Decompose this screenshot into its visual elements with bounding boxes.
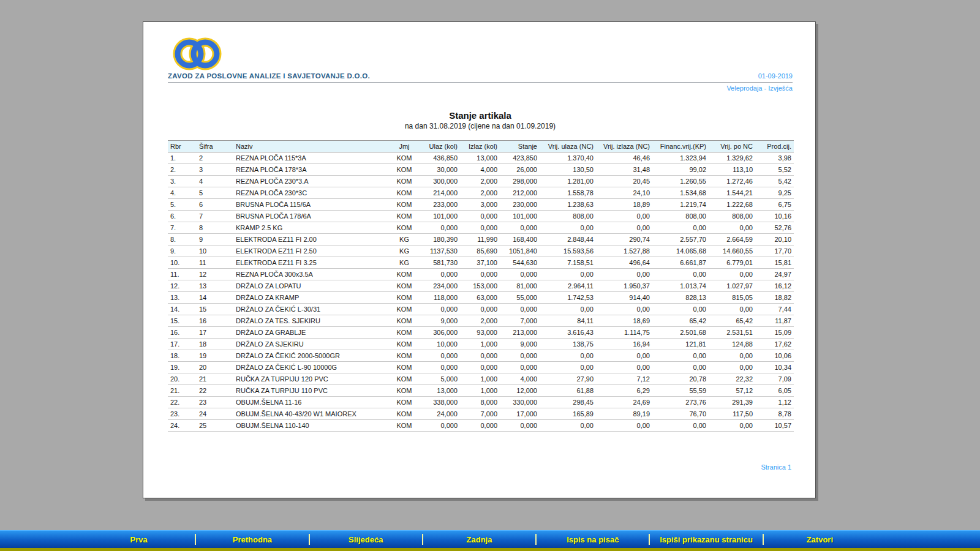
table-cell: 12 — [197, 269, 233, 280]
table-cell: 22 — [197, 385, 233, 397]
table-cell: 2.557,70 — [652, 234, 709, 246]
table-cell: 13 — [197, 280, 233, 292]
table-cell: 20. — [168, 373, 197, 385]
table-cell: KRAMP 2.5 KG — [233, 222, 391, 234]
table-cell: 306,000 — [417, 327, 460, 339]
table-cell: 1.323,94 — [652, 152, 709, 164]
table-cell: 46,46 — [596, 152, 652, 164]
table-cell: 0,00 — [596, 304, 652, 315]
table-cell: 17,70 — [755, 246, 794, 257]
table-cell: 18,69 — [596, 315, 652, 327]
table-cell: KOM — [391, 199, 417, 211]
table-cell: 6. — [168, 211, 197, 222]
table-cell: 16,12 — [755, 280, 794, 292]
table-cell: REZNA PLOČA 115*3A — [233, 152, 391, 164]
table-header-row: RbrŠifraNazivJmjUlaz (kol)Izlaz (kol)Sta… — [168, 141, 794, 152]
table-cell: 118,000 — [417, 292, 460, 304]
table-cell: 13,000 — [417, 385, 460, 397]
table-cell: 11. — [168, 269, 197, 280]
column-header: Ulaz (kol) — [417, 141, 460, 152]
report-header-rule: ZAVOD ZA POSLOVNE ANALIZE I SAVJETOVANJE… — [168, 72, 793, 83]
table-cell: KOM — [391, 222, 417, 234]
table-cell: KOM — [391, 385, 417, 397]
table-cell: 24 — [197, 408, 233, 420]
toolbar-button-print[interactable]: Ispis na pisač — [537, 531, 649, 548]
table-cell: 19 — [197, 350, 233, 362]
table-cell: KOM — [391, 339, 417, 350]
table-cell: 20,10 — [755, 234, 794, 246]
column-header: Vrij. izlaza (NC) — [596, 141, 652, 152]
table-cell: KOM — [391, 315, 417, 327]
table-cell: 0,000 — [417, 362, 460, 373]
toolbar-button-first[interactable]: Prva — [83, 531, 195, 548]
table-cell: REZNA PLOČA 300x3.5A — [233, 269, 391, 280]
table-cell: 6.779,01 — [709, 257, 755, 269]
table-cell: 330,000 — [500, 397, 540, 408]
table-cell: 101,000 — [417, 211, 460, 222]
table-cell: 300,000 — [417, 176, 460, 187]
table-cell: 1,000 — [460, 385, 500, 397]
table-cell: 7 — [197, 211, 233, 222]
table-cell: 1.527,88 — [596, 246, 652, 257]
table-cell: 9,25 — [755, 187, 794, 199]
table-row: 19.20DRŽALO ZA ČEKIĆ L-90 10000GKOM0,000… — [168, 362, 794, 373]
table-cell: 338,000 — [417, 397, 460, 408]
table-row: 21.22RUČKA ZA TURPIJU 110 PVCKOM13,0001,… — [168, 385, 794, 397]
company-name: ZAVOD ZA POSLOVNE ANALIZE I SAVJETOVANJE… — [168, 72, 370, 80]
table-cell: 20 — [197, 362, 233, 373]
table-cell: 1.329,62 — [709, 152, 755, 164]
table-cell: 0,000 — [417, 420, 460, 432]
table-cell: 544,630 — [500, 257, 540, 269]
table-cell: 16,94 — [596, 339, 652, 350]
table-cell: 7,12 — [596, 373, 652, 385]
table-cell: 9,000 — [500, 339, 540, 350]
table-cell: 2,000 — [460, 315, 500, 327]
table-cell: 21. — [168, 385, 197, 397]
table-cell: 423,850 — [500, 152, 540, 164]
column-header: Šifra — [197, 141, 233, 152]
table-cell: DRŽALO ZA LOPATU — [233, 280, 391, 292]
toolbar-button-print-current-page[interactable]: Ispiši prikazanu stranicu — [650, 531, 762, 548]
toolbar-button-last[interactable]: Zadnja — [423, 531, 535, 548]
table-cell: 0,000 — [460, 350, 500, 362]
table-cell: 12,000 — [500, 385, 540, 397]
table-cell: 0,00 — [596, 211, 652, 222]
table-cell: 11,87 — [755, 315, 794, 327]
table-cell: 7.158,51 — [540, 257, 596, 269]
table-cell: 1.260,55 — [652, 176, 709, 187]
table-cell: 273,76 — [652, 397, 709, 408]
table-row: 12.13DRŽALO ZA LOPATUKOM234,000153,00081… — [168, 280, 794, 292]
toolbar-button-close[interactable]: Zatvori — [764, 531, 876, 548]
table-cell: 0,000 — [500, 350, 540, 362]
table-cell: OBUJM.ŠELNA 110-140 — [233, 420, 391, 432]
table-cell: 165,89 — [540, 408, 596, 420]
table-cell: 1.281,00 — [540, 176, 596, 187]
table-cell: 10. — [168, 257, 197, 269]
table-cell: BRUSNA PLOČA 115/6A — [233, 199, 391, 211]
table-row: 2.3REZNA PLOČA 178*3AKOM30,0004,00026,00… — [168, 164, 794, 176]
table-cell: 18. — [168, 350, 197, 362]
toolbar-button-previous[interactable]: Prethodna — [196, 531, 308, 548]
table-cell: 0,00 — [652, 420, 709, 432]
toolbar-button-next[interactable]: Slijedeća — [310, 531, 422, 548]
table-cell: 1.013,74 — [652, 280, 709, 292]
table-cell: 6,29 — [596, 385, 652, 397]
table-cell: 0,00 — [652, 350, 709, 362]
table-cell: 7,09 — [755, 373, 794, 385]
table-cell: 0,00 — [540, 222, 596, 234]
table-cell: 1.222,68 — [709, 199, 755, 211]
table-cell: 1,000 — [460, 339, 500, 350]
table-cell: 63,000 — [460, 292, 500, 304]
table-cell: 13,000 — [460, 152, 500, 164]
table-cell: 0,000 — [500, 269, 540, 280]
table-cell: 17,000 — [500, 408, 540, 420]
column-header: Jmj — [391, 141, 417, 152]
table-cell: KOM — [391, 373, 417, 385]
table-cell: REZNA PLOČA 178*3A — [233, 164, 391, 176]
table-cell: KOM — [391, 176, 417, 187]
table-cell: 0,00 — [540, 304, 596, 315]
table-cell: 1.742,53 — [540, 292, 596, 304]
table-cell: 298,000 — [500, 176, 540, 187]
table-cell: 828,13 — [652, 292, 709, 304]
table-cell: 153,000 — [460, 280, 500, 292]
